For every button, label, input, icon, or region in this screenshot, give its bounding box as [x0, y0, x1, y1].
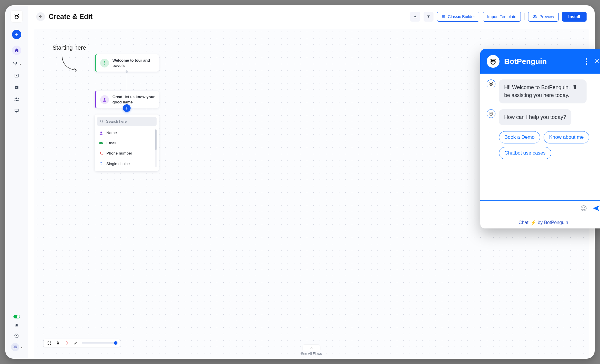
home-icon — [14, 48, 19, 53]
flow-connector — [95, 72, 159, 91]
page-title: Create & Edit — [48, 13, 93, 21]
chat-footer-suffix: by BotPenguin — [538, 220, 568, 225]
chat-footer: Chat ⚡ by BotPenguin — [480, 217, 600, 228]
picker-option-name[interactable]: Name — [97, 128, 154, 138]
edit-button[interactable] — [73, 341, 78, 345]
svg-point-16 — [16, 98, 18, 99]
import-template-button[interactable]: Import Template — [483, 12, 521, 22]
person-icon — [100, 95, 109, 104]
svg-point-54 — [581, 206, 586, 211]
chat-send-button[interactable] — [592, 205, 600, 213]
sidebar-flows-button[interactable]: ▾ — [13, 61, 21, 67]
preview-label: Preview — [540, 14, 554, 19]
chat-footer-prefix: Chat — [519, 220, 528, 225]
sidebar-user-menu[interactable]: JD ▴ — [11, 343, 22, 351]
svg-point-25 — [100, 120, 103, 122]
svg-point-17 — [15, 98, 15, 99]
svg-point-1 — [15, 16, 18, 19]
sidebar-nav: ▾ — [12, 30, 21, 113]
chat-message: How can I help you today? — [487, 109, 600, 125]
list-icon — [441, 15, 445, 18]
chevron-up-icon — [310, 346, 313, 349]
lock-button[interactable] — [56, 341, 60, 345]
chat-message-text: How can I help you today? — [499, 109, 571, 125]
eye-icon — [533, 15, 537, 18]
picker-option-single-choice[interactable]: Single choice — [97, 158, 154, 169]
sidebar-analytics-button[interactable] — [14, 85, 19, 90]
svg-point-20 — [16, 335, 17, 336]
back-button[interactable] — [36, 12, 45, 21]
svg-point-51 — [490, 112, 490, 113]
svg-point-24 — [104, 98, 105, 99]
tap-icon — [99, 161, 103, 166]
svg-point-55 — [582, 207, 583, 208]
see-all-flows: See All Flows — [294, 345, 329, 359]
canvas-toolbar — [44, 339, 120, 347]
node-type-picker: Search here Name Email Pho — [95, 115, 159, 171]
chat-header-avatar — [487, 55, 500, 68]
flow-node-start[interactable]: Welcome to tour and travels — [95, 54, 159, 72]
flow-icon — [13, 62, 18, 66]
chat-emoji-button[interactable] — [580, 205, 587, 213]
svg-point-37 — [495, 59, 496, 60]
delete-button[interactable] — [64, 341, 69, 345]
send-icon — [592, 205, 600, 212]
chat-message: Hi! Welcome to BotPenguin. I'll be assis… — [487, 79, 600, 103]
svg-rect-15 — [17, 88, 18, 88]
bolt-icon: ⚡ — [530, 220, 536, 226]
close-icon — [594, 58, 600, 64]
quick-reply-button[interactable]: Know about me — [544, 131, 589, 143]
preview-button[interactable]: Preview — [528, 12, 559, 22]
picker-scrollbar-thumb[interactable] — [155, 129, 157, 150]
plus-icon — [15, 32, 19, 37]
sidebar-settings-button[interactable] — [14, 333, 19, 338]
chat-close-button[interactable] — [594, 58, 600, 65]
sidebar-notifications-button[interactable] — [14, 323, 19, 328]
see-all-flows-toggle[interactable] — [303, 345, 320, 351]
person-icon — [99, 131, 103, 135]
picker-search[interactable]: Search here — [97, 117, 157, 126]
sidebar-add-button[interactable] — [12, 30, 21, 39]
picker-option-phone[interactable]: Phone number — [97, 148, 154, 158]
sidebar-inbox-button[interactable] — [14, 73, 19, 78]
sidebar: ▾ JD ▴ — [5, 5, 28, 359]
download-button[interactable] — [410, 12, 420, 22]
gear-icon — [14, 333, 19, 338]
chat-widget: BotPenguin Hi! Welcome to BotPenguin. I'… — [480, 49, 600, 228]
mail-icon — [99, 141, 103, 145]
picker-option-email[interactable]: Email — [97, 138, 154, 148]
picker-option-label: Single choice — [106, 162, 130, 166]
add-node-button[interactable]: + — [123, 104, 131, 112]
svg-point-40 — [490, 84, 491, 84]
upload-icon — [426, 15, 431, 19]
zoom-slider-thumb[interactable] — [114, 341, 117, 345]
upload-button[interactable] — [424, 12, 433, 22]
install-button[interactable]: Install — [562, 12, 587, 22]
emoji-icon — [580, 205, 587, 212]
flow-node-name-text: Great! let us know your good name — [112, 94, 155, 105]
svg-point-47 — [490, 113, 492, 115]
svg-point-41 — [491, 84, 492, 84]
sidebar-home-button[interactable] — [12, 46, 21, 55]
fullscreen-button[interactable] — [47, 341, 51, 345]
sidebar-team-button[interactable] — [14, 96, 19, 102]
classic-builder-label: Classic Builder — [448, 14, 475, 19]
quick-reply-button[interactable]: Chatbot use cases — [499, 147, 551, 159]
svg-point-31 — [491, 61, 495, 64]
zoom-slider[interactable] — [82, 342, 117, 344]
classic-builder-button[interactable]: Classic Builder — [437, 12, 479, 22]
svg-point-45 — [492, 82, 493, 83]
quick-reply-button[interactable]: Book a Demo — [499, 131, 540, 143]
svg-point-23 — [104, 61, 105, 63]
svg-point-43 — [490, 82, 490, 83]
sidebar-desktop-button[interactable] — [14, 108, 19, 113]
penguin-icon — [488, 81, 494, 86]
starting-here-label: Starting here — [53, 44, 86, 51]
chat-menu-button[interactable] — [586, 58, 587, 65]
quick-replies: Book a Demo Know about me Chatbot use ca… — [499, 131, 600, 159]
svg-rect-13 — [16, 87, 16, 88]
svg-point-39 — [490, 84, 492, 86]
sidebar-toggle[interactable] — [13, 315, 20, 318]
svg-point-5 — [15, 14, 15, 15]
topbar: Create & Edit Classic Builder Import Tem… — [28, 5, 595, 26]
